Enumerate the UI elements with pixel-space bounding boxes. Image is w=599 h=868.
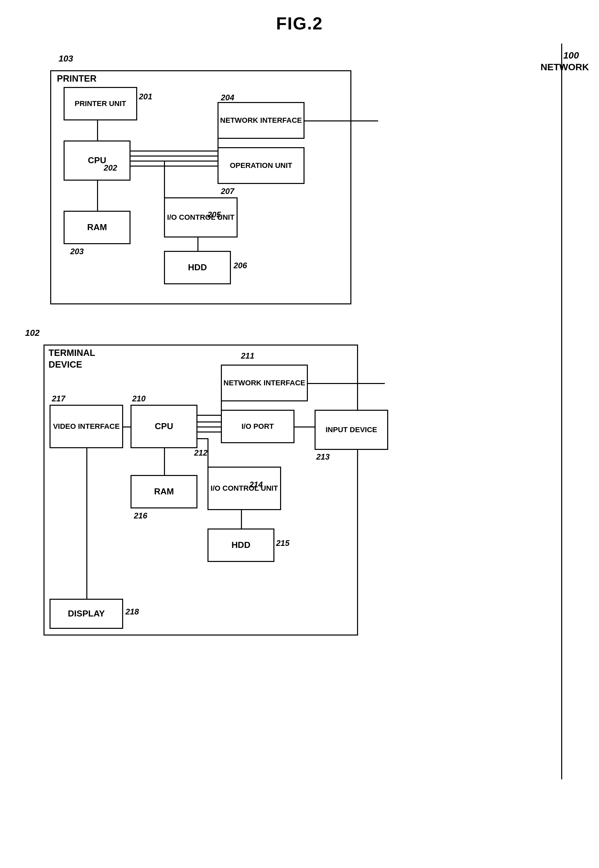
figure-title: FIG.2 <box>0 0 599 44</box>
terminal-hdd-ref: 215 <box>276 539 289 548</box>
terminal-io-control-label: I/O CONTROL UNIT <box>211 484 278 493</box>
line-cpu-io-ctrl-terminal <box>197 438 208 439</box>
line-cpu-io-ctrl <box>131 161 164 162</box>
terminal-hdd-box: HDD <box>208 529 274 562</box>
line-v-op-unit-conn <box>218 161 218 181</box>
terminal-input-device-box: INPUT DEVICE <box>315 410 388 450</box>
terminal-input-device-label: INPUT DEVICE <box>326 425 377 435</box>
terminal-io-port-label: I/O PORT <box>242 422 274 431</box>
printer-operation-unit-ref: 207 <box>221 187 234 196</box>
terminal-label: TERMINALDEVICE <box>48 347 95 371</box>
line-terminal-cpu-net-if <box>197 415 221 416</box>
line-cpu-network-if <box>131 150 218 152</box>
line-io-ctrl-hdd <box>197 237 199 251</box>
terminal-cpu-box: CPU <box>131 405 197 448</box>
line-net-if-network-terminal <box>308 383 385 384</box>
terminal-ram-label: RAM <box>154 486 174 497</box>
line-v-cpu-io-ctrl-terminal <box>208 438 208 467</box>
printer-ram-label: RAM <box>87 222 107 233</box>
line-video-cpu <box>123 426 131 428</box>
terminal-io-port-ref: 212 <box>194 448 208 458</box>
line-v-network-if-conn <box>218 120 218 150</box>
terminal-ref: 102 <box>25 328 39 338</box>
printer-hdd-label: HDD <box>188 262 207 273</box>
line-cpu-ram <box>97 181 98 211</box>
printer-network-interface-ref: 204 <box>221 93 234 102</box>
terminal-input-device-ref: 213 <box>316 452 330 462</box>
terminal-network-interface-label: NETWORK INTERFACE <box>224 378 305 388</box>
printer-operation-unit-label: OPERATION UNIT <box>230 161 292 171</box>
line-io-port-right <box>295 426 315 428</box>
printer-unit-box: PRINTER UNIT <box>63 87 137 120</box>
printer-ram-box: RAM <box>63 211 131 244</box>
terminal-network-interface-ref: 211 <box>241 351 254 360</box>
terminal-io-port-box: I/O PORT <box>221 410 295 443</box>
terminal-video-interface-ref: 217 <box>52 394 65 403</box>
printer-ram-ref: 203 <box>70 247 84 256</box>
terminal-io-control-ref: 214 <box>249 480 263 490</box>
line-terminal-cpu-io-port <box>197 426 221 428</box>
terminal-network-interface-box: NETWORK INTERFACE <box>221 365 308 401</box>
terminal-hdd-label: HDD <box>232 539 250 551</box>
line-terminal-cpu-ram <box>164 448 165 475</box>
terminal-io-control-box: I/O CONTROL UNIT <box>208 467 281 510</box>
printer-unit-label: PRINTER UNIT <box>75 99 126 109</box>
page: FIG.2 100 NETWORK PRINTER 103 PRINTER UN… <box>0 0 599 868</box>
line-h-display-connect <box>50 599 86 600</box>
network-vertical-line <box>561 44 562 779</box>
terminal-cpu-ref: 210 <box>132 394 146 403</box>
terminal-cpu-label: CPU <box>155 421 173 432</box>
terminal-display-ref: 218 <box>125 607 139 616</box>
terminal-display-label: DISPLAY <box>68 608 105 619</box>
network-ref-label: 100 <box>563 50 579 61</box>
printer-cpu-box: CPU <box>63 141 131 181</box>
printer-label: PRINTER <box>57 74 97 84</box>
line-cpu-net-if-2 <box>131 156 218 156</box>
printer-io-control-label: I/O CONTROL UNIT <box>167 213 234 222</box>
line-video-display <box>86 448 87 599</box>
printer-cpu-ref: 202 <box>104 163 117 173</box>
printer-network-interface-box: NETWORK INTERFACE <box>218 102 304 139</box>
terminal-video-interface-box: VIDEO INTERFACE <box>50 405 123 448</box>
terminal-display-box: DISPLAY <box>50 599 123 629</box>
printer-hdd-box: HDD <box>164 251 231 284</box>
line-terminal-cpu-2b <box>197 431 221 432</box>
network-label: NETWORK <box>540 62 589 73</box>
terminal-video-interface-label: VIDEO INTERFACE <box>53 422 119 431</box>
diagram-area: 100 NETWORK PRINTER 103 PRINTER UNIT 201… <box>0 44 599 868</box>
line-cpu-op-2 <box>131 165 218 167</box>
line-terminal-cpu-2a <box>197 422 221 422</box>
printer-operation-unit-box: OPERATION UNIT <box>218 147 304 184</box>
printer-ref: 103 <box>59 54 73 64</box>
line-net-if-network-printer <box>304 120 378 122</box>
terminal-ram-box: RAM <box>131 475 197 508</box>
printer-io-control-ref: 205 <box>208 210 221 219</box>
terminal-ram-ref: 216 <box>134 511 147 521</box>
printer-network-interface-label: NETWORK INTERFACE <box>220 116 302 125</box>
printer-unit-ref: 201 <box>139 92 152 101</box>
line-printer-unit-cpu <box>97 120 98 141</box>
printer-hdd-ref: 206 <box>233 261 247 270</box>
line-v-terminal-net-if <box>221 401 222 415</box>
printer-io-control-box: I/O CONTROL UNIT <box>164 197 238 237</box>
terminal-outer-box <box>44 344 358 635</box>
line-terminal-io-ctrl-hdd <box>241 510 242 529</box>
